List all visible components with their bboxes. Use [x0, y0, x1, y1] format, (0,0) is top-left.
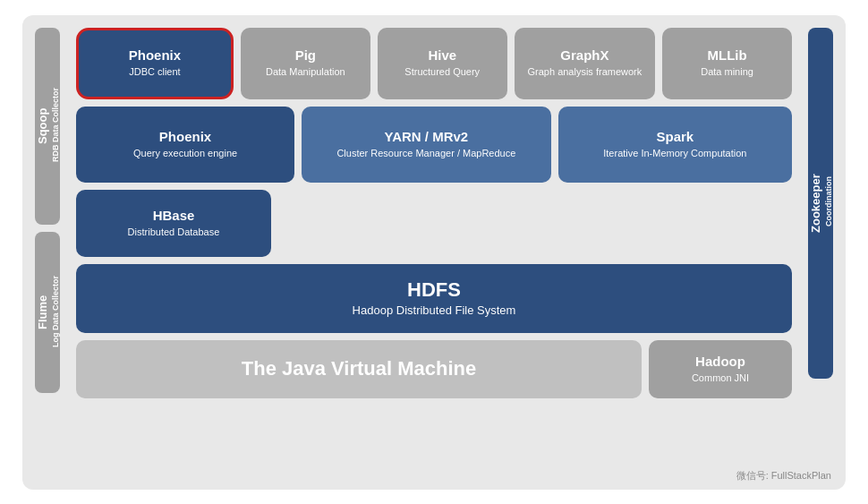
- hadoop-common-sub: Common JNI: [692, 372, 749, 384]
- zookeeper-sub: Coordination: [824, 176, 833, 226]
- mllib-box: MLLib Data mining: [662, 28, 792, 99]
- graphx-sub: Graph analysis framework: [528, 65, 642, 78]
- yarn-box: YARN / MRv2 Cluster Resource Manager / M…: [302, 107, 551, 183]
- hive-title: Hive: [428, 47, 456, 64]
- diagram-wrapper: Sqoop RDB Data Collector Flume Log Data …: [22, 15, 846, 490]
- pig-sub: Data Manipulation: [266, 65, 345, 78]
- graphx-title: GraphX: [560, 47, 608, 64]
- graphx-box: GraphX Graph analysis framework: [515, 28, 655, 99]
- spark-sub: Iterative In-Memory Computation: [603, 147, 746, 159]
- flume-sub: Log Data Collector: [51, 275, 60, 346]
- hdfs-sub: Hadoop Distributed File System: [353, 303, 516, 319]
- yarn-sub: Cluster Resource Manager / MapReduce: [336, 147, 515, 159]
- yarn-title: YARN / MRv2: [385, 129, 469, 145]
- jvm-box: The Java Virtual Machine: [76, 340, 642, 398]
- mllib-sub: Data mining: [701, 65, 753, 78]
- hbase-title: HBase: [153, 208, 195, 224]
- phoenix-engine-box: Phoenix Query execution engine: [76, 107, 294, 183]
- flume-main: Flume: [36, 295, 49, 329]
- phoenix-jdbc-sub: JDBC client: [129, 65, 180, 78]
- phoenix-engine-title: Phoenix: [159, 129, 211, 145]
- hdfs-box: HDFS Hadoop Distributed File System: [76, 264, 792, 333]
- sqoop-sub: RDB Data Collector: [51, 88, 60, 162]
- phoenix-engine-sub: Query execution engine: [133, 147, 237, 159]
- sqoop-label: Sqoop RDB Data Collector: [35, 28, 60, 225]
- spark-box: Spark Iterative In-Memory Computation: [558, 107, 792, 183]
- phoenix-jdbc-box: Phoenix JDBC client: [76, 28, 234, 99]
- jvm-title: The Java Virtual Machine: [242, 357, 476, 380]
- zookeeper-label: Zookeeper Coordination: [808, 28, 833, 379]
- pig-box: Pig Data Manipulation: [241, 28, 370, 99]
- mllib-title: MLLib: [707, 47, 746, 64]
- sqoop-main: Sqoop: [36, 107, 49, 143]
- hive-sub: Structured Query: [404, 65, 480, 78]
- spark-title: Spark: [656, 129, 694, 145]
- flume-label: Flume Log Data Collector: [35, 232, 60, 393]
- hdfs-title: HDFS: [407, 278, 461, 302]
- zookeeper-main: Zookeeper: [809, 174, 822, 233]
- watermark: 微信号: FullStackPlan: [736, 469, 831, 483]
- pig-title: Pig: [295, 47, 316, 64]
- hbase-sub: Distributed Database: [128, 226, 220, 238]
- hadoop-common-title: Hadoop: [695, 354, 745, 370]
- hbase-box: HBase Distributed Database: [76, 190, 271, 257]
- phoenix-jdbc-title: Phoenix: [129, 47, 181, 64]
- hive-box: Hive Structured Query: [378, 28, 507, 99]
- hadoop-common-box: Hadoop Common JNI: [649, 340, 792, 398]
